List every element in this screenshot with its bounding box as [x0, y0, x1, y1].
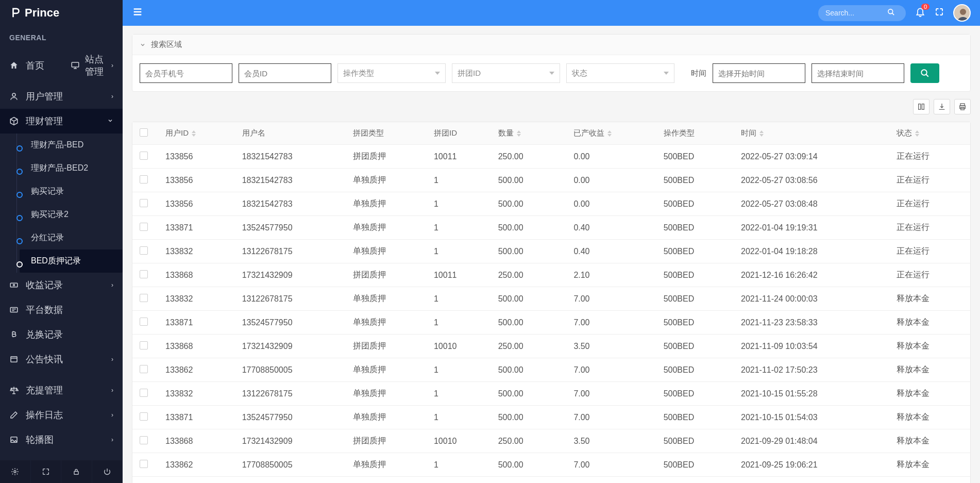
search-button[interactable] [910, 63, 939, 83]
sub-item-bed[interactable]: 理财产品-BED [20, 134, 123, 157]
cell-gtype: 拼团质押 [346, 429, 427, 453]
cell-status: 释放本金 [889, 382, 970, 406]
row-checkbox[interactable] [140, 199, 148, 207]
sidebar-item-earnings[interactable]: 收益记录 › [0, 273, 123, 297]
svg-point-12 [921, 70, 927, 75]
row-checkbox[interactable] [140, 365, 148, 373]
caret-down-icon [549, 72, 554, 75]
sidebar-item-label: 首页 [26, 59, 44, 72]
print-button[interactable] [954, 99, 971, 114]
svg-point-7 [14, 471, 16, 473]
submenu-finance: 理财产品-BED 理财产品-BED2 购买记录 购买记录2 分红记录 BED质押… [0, 134, 123, 273]
cell-qty: 250.00 [491, 429, 567, 453]
sidebar-item-home[interactable]: 首页 [0, 47, 61, 84]
cell-earn: 2.10 [566, 263, 656, 287]
row-checkbox[interactable] [140, 246, 148, 255]
row-checkbox[interactable] [140, 175, 148, 184]
avatar[interactable] [953, 4, 971, 22]
row-checkbox[interactable] [140, 341, 148, 349]
table-row: 133871 13524577950 单独质押 1 500.00 7.00 50… [132, 406, 970, 429]
col-header[interactable]: 已产收益 [566, 122, 656, 145]
row-checkbox[interactable] [140, 436, 148, 444]
sidebar: Prince GENERAL 首页 站点管理 › 用户管理 › 理财管理 理 [0, 0, 123, 483]
cell-earn: 3.50 [566, 335, 656, 358]
sidebar-item-users[interactable]: 用户管理 › [0, 84, 123, 109]
start-time-input[interactable] [713, 63, 805, 83]
col-header[interactable]: 时间 [734, 122, 889, 145]
sort-icon [607, 130, 612, 137]
bitcoin-icon [9, 330, 21, 339]
cell-earn: 0.00 [566, 145, 656, 169]
status-select[interactable]: 状态 [566, 63, 674, 83]
row-checkbox[interactable] [140, 270, 148, 278]
sidebar-item-label: 兑换记录 [26, 328, 63, 341]
sub-item-label: BED质押记录 [31, 256, 81, 265]
phone-input[interactable] [140, 63, 232, 83]
sidebar-item-platform[interactable]: 平台数据 [0, 297, 123, 322]
cell-qty: 500.00 [491, 358, 567, 382]
cell-status: 释放本金 [889, 477, 970, 484]
cell-status: 正在运行 [889, 216, 970, 240]
cell-earn: 0.00 [566, 169, 656, 192]
cell-uid: 133856 [158, 192, 235, 216]
menu-toggle-button[interactable] [132, 6, 143, 20]
sidebar-item-deposit[interactable]: 充提管理 › [0, 378, 123, 403]
global-search[interactable] [818, 5, 906, 21]
group-id-select[interactable]: 拼团ID [452, 63, 560, 83]
row-checkbox[interactable] [140, 389, 148, 397]
col-header[interactable]: 用户ID [158, 122, 235, 145]
notifications-button[interactable]: 0 [915, 7, 925, 19]
col-header[interactable]: 数量 [491, 122, 567, 145]
cell-earn: 7.00 [566, 287, 656, 311]
expand-button[interactable] [31, 460, 62, 483]
monitor-icon [71, 61, 80, 70]
sub-item-buy2[interactable]: 购买记录2 [20, 203, 123, 226]
cell-gtype: 单独质押 [346, 477, 427, 484]
cell-qty: 500.00 [491, 311, 567, 335]
lock-button[interactable] [61, 460, 92, 483]
sidebar-item-finance[interactable]: 理财管理 [0, 109, 123, 134]
cell-earn: 7.00 [566, 382, 656, 406]
cell-op: 500BED [656, 240, 734, 263]
search-input[interactable] [825, 9, 887, 17]
row-checkbox[interactable] [140, 318, 148, 326]
cell-op: 500BED [656, 216, 734, 240]
sidebar-item-site[interactable]: 站点管理 › [61, 47, 123, 84]
sidebar-item-news[interactable]: 公告快讯 › [0, 347, 123, 372]
power-button[interactable] [92, 460, 123, 483]
columns-button[interactable] [913, 99, 930, 114]
cell-gid: 1 [427, 453, 491, 477]
sub-item-buy[interactable]: 购买记录 [20, 180, 123, 203]
sub-item-label: 分红记录 [31, 233, 64, 242]
sidebar-item-banner[interactable]: 轮播图 › [0, 427, 123, 452]
op-type-select[interactable]: 操作类型 [337, 63, 446, 83]
sidebar-item-label: 用户管理 [26, 90, 63, 103]
sub-item-dividend[interactable]: 分红记录 [20, 226, 123, 249]
end-time-input[interactable] [812, 63, 904, 83]
cell-op: 500BED [656, 477, 734, 484]
row-checkbox[interactable] [140, 223, 148, 231]
cell-time: 2021-11-02 17:50:23 [734, 358, 889, 382]
sidebar-item-log[interactable]: 操作日志 › [0, 403, 123, 427]
sub-item-bed2[interactable]: 理财产品-BED2 [20, 157, 123, 180]
cell-status: 释放本金 [889, 311, 970, 335]
svg-rect-14 [922, 104, 924, 110]
fullscreen-button[interactable] [935, 7, 944, 19]
row-checkbox[interactable] [140, 294, 148, 302]
search-area-toggle[interactable]: 搜索区域 [132, 35, 970, 55]
sidebar-item-label: 平台数据 [26, 304, 63, 316]
sub-item-pledge[interactable]: BED质押记录 [20, 249, 123, 273]
row-checkbox[interactable] [140, 152, 148, 160]
row-checkbox[interactable] [140, 460, 148, 468]
cell-status: 释放本金 [889, 429, 970, 453]
section-title: GENERAL [0, 26, 123, 47]
select-all-checkbox[interactable] [140, 128, 148, 137]
export-button[interactable] [934, 99, 950, 114]
col-header[interactable]: 状态 [889, 122, 970, 145]
member-id-input[interactable] [239, 63, 331, 83]
sort-icon [759, 130, 764, 137]
row-checkbox[interactable] [140, 412, 148, 421]
balance-icon [9, 386, 21, 395]
sidebar-item-exchange[interactable]: 兑换记录 [0, 322, 123, 347]
settings-button[interactable] [0, 460, 31, 483]
